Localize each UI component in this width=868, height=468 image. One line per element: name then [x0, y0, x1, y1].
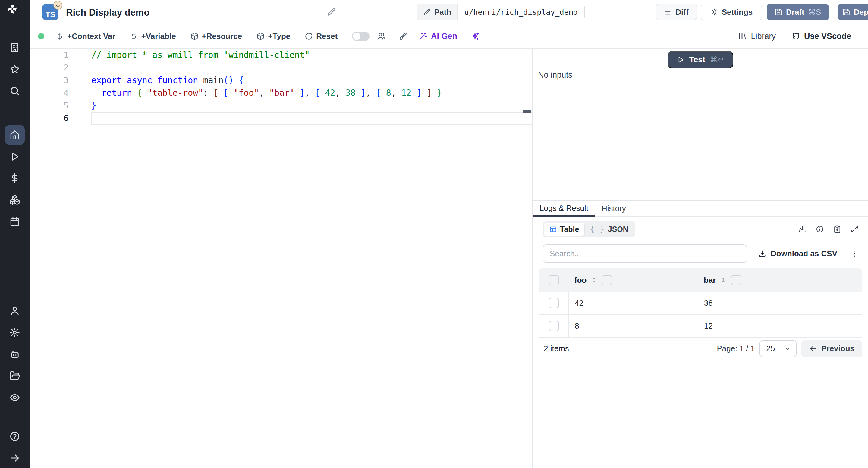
sidebar-item-help[interactable]: [0, 426, 30, 447]
users-icon[interactable]: [377, 32, 386, 41]
code-line: [91, 112, 532, 125]
column-foo-checkbox[interactable]: [601, 275, 612, 286]
test-shortcut: ⌘↵: [710, 55, 724, 64]
language-badge: TS: [42, 4, 59, 20]
star-icon: [9, 64, 20, 75]
tab-history[interactable]: History: [595, 201, 632, 216]
path-button[interactable]: Path: [417, 4, 458, 20]
table-row[interactable]: 812: [539, 315, 862, 338]
add-type-button[interactable]: +Type: [256, 32, 290, 41]
box-icon: [190, 32, 198, 40]
ai-gen-button[interactable]: AI Gen: [418, 32, 457, 41]
diff-mode-toggle[interactable]: [352, 32, 370, 41]
path-value[interactable]: u/henri/rich_display_demo: [458, 4, 584, 20]
expand-icon[interactable]: [850, 225, 859, 233]
sidebar-divider: [0, 116, 30, 116]
row-checkbox[interactable]: [549, 321, 559, 331]
topbar: TS Rich Display demo Path u/henri/rich_d…: [30, 0, 868, 24]
sidebar-item-eye[interactable]: [0, 387, 30, 408]
copy-to-clipboard-icon[interactable]: [833, 225, 841, 233]
draft-button[interactable]: Draft ⌘S: [767, 4, 829, 21]
table-row[interactable]: 4238: [539, 292, 862, 315]
result-table: foo bar 4238812 2 items Page: 1 / 1: [539, 268, 862, 360]
sidebar-item-star[interactable]: [0, 59, 30, 80]
dollar-icon: [9, 173, 20, 184]
sidebar-item-arrow-right[interactable]: [0, 447, 30, 468]
add-variable-button[interactable]: +Variable: [130, 32, 176, 41]
eye-icon: [9, 392, 20, 403]
view-json-button[interactable]: { } JSON: [584, 223, 633, 236]
windmill-logo-icon[interactable]: [7, 4, 23, 19]
user-icon: [9, 305, 20, 316]
sort-icon[interactable]: [720, 277, 727, 283]
sidebar-item-boxes[interactable]: [0, 189, 30, 211]
table-icon: [550, 226, 557, 233]
play-icon: [9, 151, 20, 162]
select-all-checkbox[interactable]: [549, 275, 559, 286]
sparkles-icon[interactable]: [470, 32, 479, 41]
column-bar-checkbox[interactable]: [731, 275, 741, 286]
diff-button[interactable]: Diff: [656, 4, 697, 21]
windmill-script-editor: TS Rich Display demo Path u/henri/rich_d…: [0, 0, 868, 468]
right-panel: Test ⌘↵ No inputs Logs & Result History …: [532, 49, 868, 468]
sidebar-item-calendar[interactable]: [0, 211, 30, 233]
result-toolbar: Table { } JSON: [533, 216, 868, 242]
cell-foo: 8: [575, 321, 579, 331]
add-context-var-button[interactable]: +Context Var: [56, 32, 116, 41]
download-result-icon[interactable]: [798, 225, 807, 233]
code-line: [91, 61, 532, 74]
add-resource-button[interactable]: +Resource: [190, 32, 242, 41]
line-number: 2: [30, 61, 73, 74]
building-icon: [9, 42, 20, 53]
github-cat-icon: [792, 32, 800, 41]
test-button[interactable]: Test ⌘↵: [668, 51, 733, 68]
table-options-kebab-icon[interactable]: [850, 249, 859, 258]
cell-bar: 12: [704, 321, 713, 331]
deploy-button[interactable]: Deploy: [838, 4, 868, 21]
line-number: 3: [30, 74, 73, 87]
edit-summary-pencil-icon[interactable]: [327, 7, 336, 17]
calendar-icon: [9, 216, 20, 227]
download-csv-button[interactable]: Download as CSV: [758, 249, 837, 258]
code-editor[interactable]: 123456 // import * as wmill from "windmi…: [30, 49, 532, 468]
cell-foo: 42: [575, 298, 584, 308]
view-table-button[interactable]: Table: [544, 223, 584, 236]
sidebar: [0, 0, 30, 468]
download-icon: [758, 250, 767, 258]
use-vscode-button[interactable]: Use VScode: [792, 32, 851, 41]
previous-page-button[interactable]: Previous: [801, 340, 862, 357]
reset-button[interactable]: Reset: [305, 32, 338, 41]
column-header-bar[interactable]: bar: [704, 275, 716, 285]
page-title: Rich Display demo: [66, 7, 150, 18]
sidebar-item-play[interactable]: [0, 146, 30, 167]
library-button[interactable]: Library: [738, 32, 776, 41]
page-info: Page: 1 / 1: [717, 344, 755, 353]
sidebar-item-settings[interactable]: [0, 322, 30, 343]
run-inputs-section: Test ⌘↵ No inputs: [533, 49, 868, 200]
sidebar-item-folder-open[interactable]: [0, 365, 30, 387]
info-icon[interactable]: [815, 225, 824, 233]
cell-bar: 38: [704, 298, 713, 308]
code-line: export async function main() {: [91, 74, 532, 87]
reset-icon: [305, 32, 313, 40]
tab-logs-result[interactable]: Logs & Result: [533, 201, 595, 216]
sort-icon[interactable]: [591, 277, 597, 283]
page-size-select[interactable]: 25: [760, 340, 797, 357]
format-brush-icon[interactable]: [398, 32, 407, 41]
column-header-foo[interactable]: foo: [575, 275, 587, 285]
sidebar-item-home[interactable]: [0, 124, 30, 146]
sidebar-item-search[interactable]: [0, 80, 30, 102]
search-input[interactable]: [542, 244, 747, 263]
code-content[interactable]: // import * as wmill from "windmill-clie…: [91, 49, 532, 125]
sidebar-item-building[interactable]: [0, 37, 30, 59]
library-icon: [738, 32, 747, 41]
save-icon: [842, 8, 850, 16]
settings-icon: [9, 327, 20, 338]
row-checkbox[interactable]: [549, 298, 559, 308]
settings-button[interactable]: Settings: [701, 4, 762, 21]
pencil-icon: [424, 8, 431, 16]
sidebar-item-user[interactable]: [0, 300, 30, 322]
sidebar-item-bot[interactable]: [0, 343, 30, 365]
sidebar-item-dollar[interactable]: [0, 167, 30, 189]
editor-toolbar: +Context Var +Variable +Resource +Type R…: [30, 24, 868, 49]
